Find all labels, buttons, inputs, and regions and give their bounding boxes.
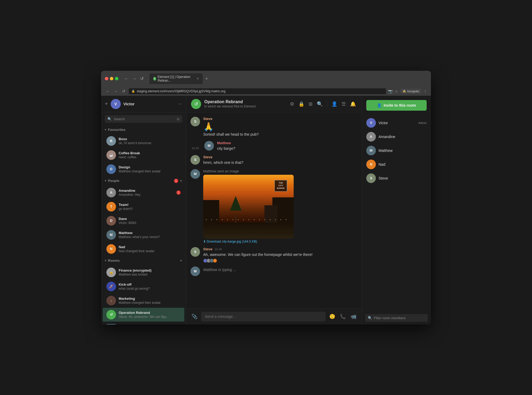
forward-button[interactable]: → xyxy=(131,76,138,81)
room-avatar-kickoff: 🚀 xyxy=(106,282,116,291)
compose-button[interactable]: + xyxy=(105,101,108,107)
address-bar[interactable]: 🔒 staging.element.io/#/room/!iSjMRGQVDSp… xyxy=(129,88,386,94)
message-image[interactable]: THECITYBARGE xyxy=(203,175,294,239)
browser-menu-button[interactable]: ⋮ xyxy=(423,89,427,93)
avatar-letter: B xyxy=(110,139,112,143)
avatar-letter: D xyxy=(110,219,112,223)
files-button[interactable]: ☰ xyxy=(340,100,347,108)
bookmark-icon[interactable]: ☆ xyxy=(395,89,398,93)
room-avatar-design: D xyxy=(106,164,116,174)
room-info-team: Team! go team!!! xyxy=(119,203,181,211)
active-tab[interactable]: E Element [1] | Operation Rebran... ✕ xyxy=(149,73,203,84)
avatar-letter: ↓ xyxy=(110,298,112,302)
incognito-label: Incognito xyxy=(407,90,419,93)
close-button[interactable] xyxy=(105,77,108,80)
room-info-boss: Boss ok, I'll send it tomorrow xyxy=(119,137,181,145)
message-reactions xyxy=(203,259,358,263)
room-item-team[interactable]: T Team! go team!!! xyxy=(103,200,184,214)
filter-search-icon: 🔍 xyxy=(368,316,372,320)
avatar-letter: ☕ xyxy=(109,153,113,157)
people-section-header[interactable]: ▾ People 1 + xyxy=(101,176,186,185)
voice-button[interactable]: 📞 xyxy=(339,313,347,321)
reply-button[interactable]: ↩ xyxy=(345,140,350,145)
reaction-avatar-4 xyxy=(213,259,217,263)
room-preview-coffee: need. coffee. xyxy=(119,155,181,159)
room-item-kickoff[interactable]: 🚀 Kick-off what could go wrong? xyxy=(103,280,184,293)
room-item-coffee[interactable]: ☕ Coffee Break need. coffee. xyxy=(103,148,184,162)
react-button[interactable]: ↺ xyxy=(339,140,344,145)
member-matthew[interactable]: M Matthew xyxy=(362,144,431,157)
member-victor[interactable]: V Victor Admin xyxy=(362,116,431,130)
room-avatar-coffee: ☕ xyxy=(106,150,116,160)
chat-header-actions: ⚙ 🔒 ⊞ 🔍 👤 ☰ 🔔 xyxy=(289,100,357,108)
user-menu-button[interactable]: ··· xyxy=(178,101,182,107)
browser-back-button[interactable]: ← xyxy=(105,89,111,93)
room-item-boss[interactable]: B Boss ok, I'll send it tomorrow xyxy=(103,134,184,148)
user-avatar[interactable]: V xyxy=(111,99,121,109)
room-item-finance[interactable]: 🔒 Finance (encrypted) Matthew was invite… xyxy=(103,265,184,279)
member-name-victor: Victor xyxy=(379,121,416,125)
member-steve[interactable]: S Steve xyxy=(362,171,431,185)
download-link[interactable]: ⬇ Download city-barge.jpg (144.5 KB) xyxy=(203,240,358,243)
add-room-button[interactable]: + xyxy=(180,258,182,263)
room-item-matthew[interactable]: M Matthew Matthew: what's your vector? xyxy=(103,228,184,242)
new-tab-button[interactable]: + xyxy=(204,76,209,81)
browser-forward-button[interactable]: → xyxy=(113,89,119,93)
room-item-dave[interactable]: D Dave Victor: BING xyxy=(103,214,184,228)
invite-button[interactable]: 👤 Invite to this room xyxy=(366,100,427,111)
tree-top xyxy=(230,196,242,211)
members-button[interactable]: 👤 xyxy=(330,100,338,108)
rooms-section-header[interactable]: ▾ Rooms + xyxy=(101,256,186,265)
search-placeholder: Search xyxy=(114,117,174,121)
room-name-nad: Nad xyxy=(119,245,181,249)
amandine-unread-badge: 1 xyxy=(176,190,181,195)
refresh-button[interactable]: ↺ xyxy=(139,76,145,81)
search-button[interactable]: 🔍 xyxy=(316,100,324,108)
people-badge: 1 xyxy=(174,179,178,183)
people-label: People xyxy=(108,179,172,183)
message-steve-2: S Steve hmm, which one is that? xyxy=(190,155,358,165)
city-barge-image: THECITYBARGE xyxy=(203,175,294,239)
lock-button[interactable]: 🔒 xyxy=(297,100,305,108)
room-item-marketing[interactable]: ↓ Marketing Matthew changed their avatar xyxy=(103,294,184,307)
emoji-button[interactable]: 🙂 xyxy=(328,313,336,321)
room-info-coffee: Coffee Break need. coffee. xyxy=(119,151,181,159)
favourites-section-header[interactable]: ▾ Favourites xyxy=(101,126,186,134)
member-nad[interactable]: N Nad xyxy=(362,157,431,171)
message-text: Sorted! shall we head to the pub? xyxy=(203,132,358,137)
room-preview-kickoff: what could go wrong? xyxy=(119,287,181,290)
room-info-design: Design Matthew changed their avatar xyxy=(119,165,181,173)
member-name-matthew: Matthew xyxy=(379,148,427,153)
chat-header-info: Operation Rebrand In which we rebrand Ri… xyxy=(204,99,286,108)
room-name-coffee: Coffee Break xyxy=(119,151,181,155)
add-people-button[interactable]: + xyxy=(180,178,182,183)
room-item-nad[interactable]: N Nad Nad changed their avatar xyxy=(103,242,184,256)
member-amandine[interactable]: A Amandine xyxy=(362,130,431,144)
notifications-button[interactable]: 🔔 xyxy=(349,100,357,108)
search-filter-button[interactable]: ⊙ xyxy=(177,117,180,121)
filter-members-field[interactable]: 🔍 Filter room members xyxy=(365,314,428,322)
message-avatar-matthew: M xyxy=(190,169,200,179)
room-info-amandine: Amandine Amandine: Hey xyxy=(119,189,174,197)
browser-refresh-button[interactable]: ↺ xyxy=(121,89,127,93)
room-item-amandine[interactable]: A Amandine Amandine: Hey 1 xyxy=(103,186,184,199)
room-item-design[interactable]: D Design Matthew changed their avatar xyxy=(103,162,184,176)
camera-off-icon[interactable]: 📷 xyxy=(388,89,393,93)
room-item-oprebrand[interactable]: ↺ Operation Rebrand Steve: Ah, awesome. … xyxy=(103,308,184,322)
message-sender: Steve xyxy=(203,155,213,159)
more-button[interactable]: ··· xyxy=(351,140,356,145)
maximize-button[interactable] xyxy=(115,77,118,80)
room-avatar-oprebrand: ↺ xyxy=(106,310,116,319)
avatar-letter: N xyxy=(110,247,112,251)
message-input[interactable] xyxy=(201,312,326,321)
grid-button[interactable]: ⊞ xyxy=(307,100,314,108)
minimize-button[interactable] xyxy=(110,77,113,80)
settings-button[interactable]: ⚙ xyxy=(289,100,295,108)
room-item-ourmap[interactable]: 🗺 Our Map You changed the room name xyxy=(103,322,184,325)
video-button[interactable]: 📹 xyxy=(350,313,358,321)
sidebar-rooms: ▾ Favourites B Boss ok, I'll send it tom… xyxy=(101,126,186,325)
search-field[interactable]: 🔍 Search ⊙ xyxy=(105,115,182,123)
back-button[interactable]: ← xyxy=(123,76,130,81)
tab-close-button[interactable]: ✕ xyxy=(197,77,199,80)
attach-button[interactable]: 📎 xyxy=(190,313,198,321)
